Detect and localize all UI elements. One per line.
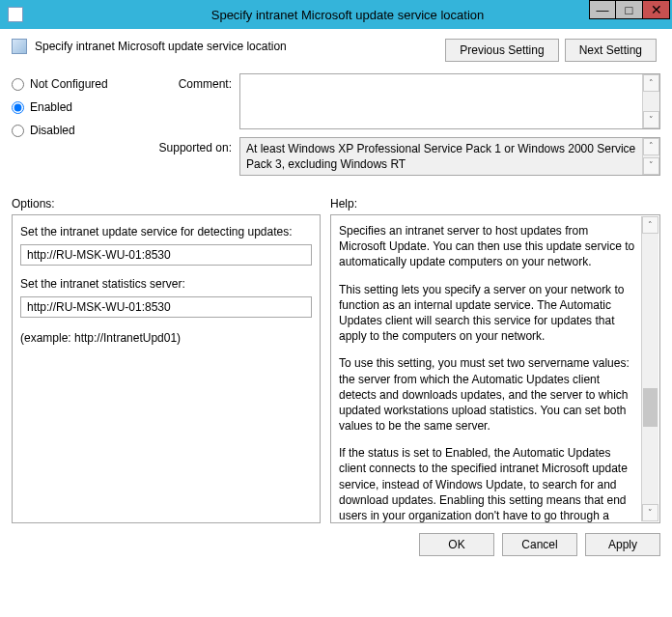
radio-disabled-label: Disabled xyxy=(30,124,75,137)
radio-disabled-input[interactable] xyxy=(12,125,24,137)
app-icon xyxy=(8,7,23,22)
help-scrollbar[interactable]: ˄ ˅ xyxy=(641,216,658,521)
radio-enabled-input[interactable] xyxy=(12,101,24,114)
cancel-button[interactable]: Cancel xyxy=(502,533,577,556)
scroll-up-icon[interactable]: ˄ xyxy=(643,138,659,155)
comment-label: Comment: xyxy=(153,73,239,91)
window-buttons: — □ ✕ xyxy=(589,0,670,19)
close-button[interactable]: ✕ xyxy=(643,0,670,19)
options-pane: Set the intranet update service for dete… xyxy=(12,214,321,523)
radio-not-configured[interactable]: Not Configured xyxy=(12,77,137,91)
next-setting-button[interactable]: Next Setting xyxy=(565,39,657,62)
help-paragraph: To use this setting, you must set two se… xyxy=(339,355,636,434)
scroll-thumb[interactable] xyxy=(643,388,658,427)
scroll-up-icon[interactable]: ˄ xyxy=(642,216,658,234)
radio-enabled-label: Enabled xyxy=(30,100,72,114)
comment-scrollbar[interactable]: ˄ ˅ xyxy=(642,74,659,128)
detect-service-label: Set the intranet update service for dete… xyxy=(20,225,312,238)
stats-server-label: Set the intranet statistics server: xyxy=(20,277,312,291)
policy-title: Specify intranet Microsoft update servic… xyxy=(35,40,287,53)
radio-disabled[interactable]: Disabled xyxy=(12,124,137,137)
supported-on-value: At least Windows XP Professional Service… xyxy=(246,142,635,171)
title-bar: Specify intranet Microsoft update servic… xyxy=(0,0,672,29)
minimize-button[interactable]: — xyxy=(589,0,616,19)
radio-enabled[interactable]: Enabled xyxy=(12,100,137,114)
example-text: (example: http://IntranetUpd01) xyxy=(20,331,312,345)
maximize-button[interactable]: □ xyxy=(616,0,643,19)
policy-icon xyxy=(12,39,27,54)
supported-on-label: Supported on: xyxy=(153,137,239,154)
footer-buttons: OK Cancel Apply xyxy=(0,523,672,566)
scroll-up-icon[interactable]: ˄ xyxy=(643,74,659,92)
help-paragraph: Specifies an intranet server to host upd… xyxy=(339,223,636,270)
supported-scrollbar[interactable]: ˄ ˅ xyxy=(642,138,659,175)
scroll-down-icon[interactable]: ˅ xyxy=(643,157,659,175)
stats-server-input[interactable] xyxy=(20,296,312,318)
help-pane: Specifies an intranet server to host upd… xyxy=(330,214,660,523)
help-paragraph: If the status is set to Enabled, the Aut… xyxy=(339,445,636,523)
comment-textarea[interactable]: ˄ ˅ xyxy=(239,73,660,129)
scroll-down-icon[interactable]: ˅ xyxy=(643,111,659,128)
detect-service-input[interactable] xyxy=(20,244,312,266)
help-section-label: Help: xyxy=(330,197,357,210)
options-section-label: Options: xyxy=(12,197,330,210)
radio-not-configured-input[interactable] xyxy=(12,78,24,91)
help-paragraph: This setting lets you specify a server o… xyxy=(339,282,636,345)
radio-not-configured-label: Not Configured xyxy=(30,77,108,91)
apply-button[interactable]: Apply xyxy=(585,533,660,556)
supported-on-box: At least Windows XP Professional Service… xyxy=(239,137,660,176)
ok-button[interactable]: OK xyxy=(419,533,494,556)
previous-setting-button[interactable]: Previous Setting xyxy=(445,39,558,62)
window-title: Specify intranet Microsoft update servic… xyxy=(23,8,672,22)
scroll-down-icon[interactable]: ˅ xyxy=(642,504,658,521)
